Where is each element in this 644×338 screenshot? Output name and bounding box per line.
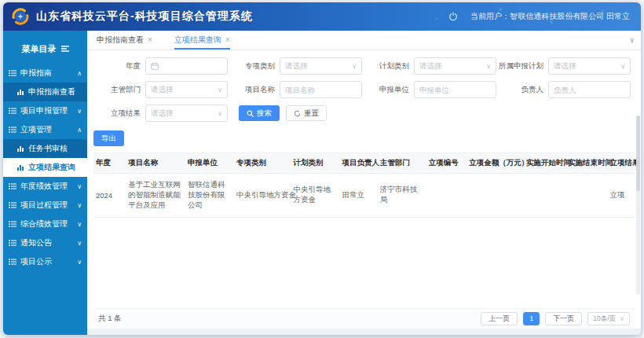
chevron-down-icon <box>352 63 357 70</box>
col-approval-no: 立项编号 <box>426 153 467 174</box>
col-approval-result: 立项结果 <box>607 153 635 174</box>
table-footer: 共 1 条 上一页 1 下一页 10条/页 <box>93 308 635 329</box>
list-icon <box>9 69 16 77</box>
tab-bar: 申报指南查看 立项结果查询 <box>87 31 641 50</box>
sidebar-item-label: 立项管理 <box>20 124 52 135</box>
table-cell <box>524 173 565 217</box>
table-cell: 立项 <box>607 173 635 217</box>
list-icon <box>9 239 16 247</box>
project-name-field <box>280 81 362 98</box>
sidebar-item-label: 立项结果查询 <box>28 162 75 173</box>
page-size-select[interactable]: 10条/页 <box>587 312 630 325</box>
sidebar-item-approval-mgmt[interactable]: 立项管理 <box>3 120 87 139</box>
chevron-down-icon <box>77 183 82 190</box>
reset-button-label: 重置 <box>304 109 319 117</box>
prev-page-button[interactable]: 上一页 <box>481 312 518 325</box>
list-icon <box>9 107 16 115</box>
col-approval-amount: 立项金额（万元） <box>467 153 523 174</box>
sidebar-item-task-review[interactable]: 任务书审核 <box>3 139 87 158</box>
sidebar-item-label: 项目公示 <box>20 256 52 267</box>
select-placeholder: 请选择 <box>554 61 576 72</box>
sidebar-item-label: 综合绩效管理 <box>20 219 68 230</box>
tab-list-chevron-icon[interactable] <box>629 36 635 44</box>
close-icon[interactable] <box>148 36 152 44</box>
project-name-group: 项目名称 <box>228 81 362 98</box>
declare-unit-input[interactable] <box>419 86 491 94</box>
table-cell: 济宁市科技局 <box>378 173 426 217</box>
col-end-date: 实施结束时间 <box>565 153 607 174</box>
sidebar-item-declare-guide[interactable]: 申报指南 <box>3 64 87 83</box>
chart-icon <box>16 145 24 152</box>
tab-approval-result-query[interactable]: 立项结果查询 <box>174 31 230 50</box>
menu-directory-toggle[interactable]: 菜单目录 <box>3 39 87 59</box>
sidebar-item-label: 年度绩效管理 <box>20 181 68 192</box>
declare-unit-field <box>414 81 496 98</box>
export-button[interactable]: 导出 <box>93 130 124 146</box>
page-size-label: 10条/页 <box>593 315 616 322</box>
reset-button[interactable]: 重置 <box>286 105 327 121</box>
table-row[interactable]: 2024 基于工业互联网的智能制造赋能平台及应用 智联信通科技股份有限公司 中央… <box>93 173 635 217</box>
project-name-input[interactable] <box>285 86 357 94</box>
select-placeholder: 请选择 <box>151 85 174 95</box>
col-project-name: 项目名称 <box>126 153 185 174</box>
chevron-down-icon <box>218 110 222 117</box>
sidebar-item-approval-result-query[interactable]: 立项结果查询 <box>3 158 87 177</box>
col-declare-unit: 申报单位 <box>185 153 234 174</box>
refresh-icon <box>294 110 301 117</box>
approval-result-select[interactable]: 请选择 <box>145 105 228 122</box>
total-count-label: 共 1 条 <box>98 314 122 324</box>
declare-plan-group: 所属申报计划 请选择 <box>496 57 631 75</box>
leader-input[interactable] <box>554 86 625 94</box>
search-icon <box>247 110 254 117</box>
sidebar-item-declare-guide-view[interactable]: 申报指南查看 <box>3 83 87 101</box>
power-icon[interactable] <box>448 12 458 21</box>
col-plan-category: 计划类别 <box>291 153 339 174</box>
declare-plan-label: 所属申报计划 <box>496 61 548 72</box>
year-label: 年度 <box>93 61 145 72</box>
table-empty-space <box>93 218 635 309</box>
declare-plan-select[interactable]: 请选择 <box>548 57 631 75</box>
chevron-down-icon <box>77 259 82 266</box>
leader-label: 负责人 <box>496 85 548 95</box>
scrollbar-track <box>636 116 640 295</box>
sidebar-item-label: 项目过程管理 <box>20 200 68 211</box>
special-category-select[interactable]: 请选择 <box>280 57 362 75</box>
sidebar-item-comprehensive-performance[interactable]: 综合绩效管理 <box>3 215 87 233</box>
tab-declare-guide-view[interactable]: 申报指南查看 <box>97 31 152 50</box>
sidebar-item-project-publicity[interactable]: 项目公示 <box>3 252 87 271</box>
sidebar: 菜单目录 申报指南 申报指南 <box>3 31 87 335</box>
chevron-down-icon <box>620 63 625 70</box>
chevron-down-icon <box>77 108 82 115</box>
chart-icon <box>16 88 24 96</box>
chevron-down-icon <box>486 63 491 70</box>
search-button-label: 搜索 <box>257 109 272 117</box>
results-table: 年度 项目名称 申报单位 专项类别 计划类别 项目负责人 主管部门 立项编号 立… <box>93 153 635 218</box>
tab-label: 申报指南查看 <box>97 35 144 46</box>
sidebar-item-project-declare-mgmt[interactable]: 项目申报管理 <box>3 101 87 120</box>
search-button[interactable]: 搜索 <box>239 105 280 121</box>
app-header: 山东省科技云平台-科技项目综合管理系统 当前用户：智联信通科技股份有限公司 田常… <box>3 2 641 31</box>
col-dept: 主管部门 <box>378 153 426 174</box>
app-title: 山东省科技云平台-科技项目综合管理系统 <box>36 9 253 24</box>
sidebar-item-project-process-mgmt[interactable]: 项目过程管理 <box>3 196 87 215</box>
table-cell: 智联信通科技股份有限公司 <box>185 173 234 217</box>
col-start-date: 实施开始时间 <box>524 153 565 174</box>
declare-unit-group: 申报单位 <box>362 81 496 98</box>
scrollbar-thumb[interactable] <box>636 116 640 191</box>
plan-category-select[interactable]: 请选择 <box>414 57 496 75</box>
approval-result-label: 立项结果 <box>93 108 145 119</box>
sidebar-item-annual-performance[interactable]: 年度绩效管理 <box>3 177 87 196</box>
col-project-leader: 项目负责人 <box>339 153 377 174</box>
close-icon[interactable] <box>225 36 230 44</box>
chevron-down-icon <box>77 202 82 209</box>
year-date-input[interactable] <box>145 57 228 75</box>
chevron-down-icon <box>77 240 82 247</box>
select-placeholder: 请选择 <box>419 61 442 72</box>
project-name-label: 项目名称 <box>228 85 280 95</box>
table-cell: 中央引导地方资金 <box>234 173 291 217</box>
current-page-button[interactable]: 1 <box>523 312 540 325</box>
chart-icon <box>16 163 24 171</box>
dept-select[interactable]: 请选择 <box>145 81 228 98</box>
next-page-button[interactable]: 下一页 <box>545 312 582 325</box>
sidebar-item-notice[interactable]: 通知公告 <box>3 233 87 252</box>
